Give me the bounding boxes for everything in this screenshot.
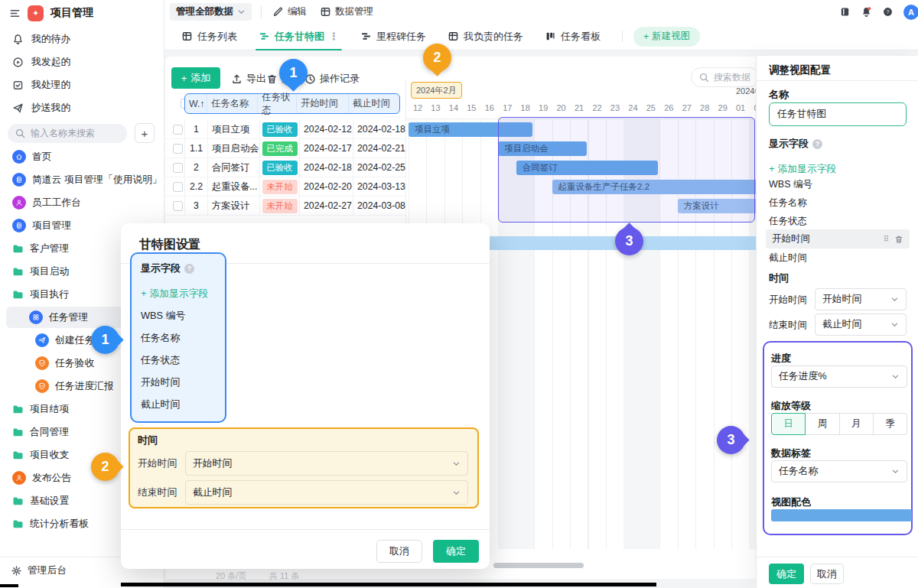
data-manage-button[interactable]: 数据管理 [320, 5, 373, 18]
zoom-option-月[interactable]: 月 [839, 413, 874, 435]
hamburger-menu-icon[interactable] [9, 8, 21, 19]
table-row[interactable]: 3 方案设计 未开始 2024-02-27 2024-03-08 [165, 197, 405, 216]
row-checkbox[interactable] [173, 182, 183, 192]
gantt-day-label: 29 [714, 103, 732, 112]
gantt-day-label: 23 [606, 103, 624, 112]
sidebar-item-4[interactable]: 抄送我的 [0, 96, 164, 119]
sidebar-item-3[interactable]: 我处理的 [0, 73, 164, 96]
panel-add-field-link[interactable]: + 添加显示字段 [769, 158, 836, 180]
history-button[interactable]: 操作记录 [304, 72, 360, 86]
column-header[interactable]: 开始时间 [297, 94, 349, 113]
tab-我负责的任务[interactable]: 我负责的任务 [437, 23, 534, 50]
panel-cancel-button[interactable]: 取消 [810, 564, 844, 584]
modal-start-value: 开始时间 [193, 457, 232, 470]
panel-field-item[interactable]: 任务状态 [769, 215, 807, 228]
sidebar-nav-item[interactable]: 简道云 项目管理「使用说明」 [0, 168, 164, 191]
panel-field-item[interactable]: 截止时间 [769, 252, 807, 265]
panel-zoom-title: 缩放等级 [771, 399, 811, 413]
row-checkbox-cell [165, 139, 185, 158]
view-color-swatch[interactable] [771, 509, 912, 521]
sidebar-nav-item[interactable]: 首页 [0, 145, 164, 168]
total-count-label: 共 11 条 [269, 570, 300, 582]
panel-toggle-icon[interactable] [839, 6, 851, 18]
sidebar-nav-item[interactable]: 员工工作台 [0, 191, 164, 214]
add-button[interactable]: +添加 [171, 67, 220, 89]
status-cell: 未开始 [260, 177, 300, 196]
row-checkbox[interactable] [173, 201, 183, 211]
column-header[interactable]: W.↑ [185, 94, 207, 113]
panel-fields-title-label: 显示字段 [769, 137, 809, 151]
trash-icon[interactable] [894, 235, 903, 244]
row-checkbox[interactable] [173, 144, 183, 154]
sidebar-search-input[interactable]: 输入名称来搜索 [8, 124, 127, 143]
sidebar-nav-label: 项目管理 [32, 219, 71, 232]
table-row[interactable]: 1.1 项目启动会 已完成 2024-02-17 2024-02-21 [165, 139, 405, 158]
column-header[interactable]: 任务名称 [207, 94, 258, 113]
plus-icon: + [181, 73, 187, 84]
horizontal-scrollbar[interactable] [493, 563, 584, 568]
column-header[interactable]: 截止时间 [349, 94, 399, 113]
chevron-down-icon [890, 320, 899, 329]
sidebar-nav-label: 项目收支 [30, 449, 69, 462]
data-scope-dropdown[interactable]: 管理全部数据 [170, 3, 252, 21]
table-row[interactable]: 2.2 起重设备... 未开始 2024-02-20 2024-03-13 [165, 177, 405, 197]
modal-field-item[interactable]: 任务名称 [141, 326, 225, 349]
row-checkbox[interactable] [173, 125, 183, 135]
modal-start-select[interactable]: 开始时间 [185, 451, 468, 476]
export-button[interactable]: 导出 [231, 72, 266, 86]
sidebar-item-1[interactable]: 我的待办 [0, 28, 164, 50]
modal-time-title: 时间 [138, 434, 158, 447]
panel-label-select[interactable]: 任务名称 [771, 460, 907, 482]
column-header[interactable]: 任务状态 [258, 94, 297, 113]
panel-end-select[interactable]: 截止时间 [815, 313, 907, 336]
tab-任务列表[interactable]: 任务列表 [171, 23, 248, 50]
panel-field-item[interactable]: WBS 编号 [769, 178, 812, 191]
plus-icon: + [769, 158, 774, 180]
task-name-cell: 起重设备... [208, 177, 260, 196]
table-row[interactable]: 2 合同签订 已验收 2024-02-18 2024-02-25 [165, 158, 405, 177]
plus-icon: + [141, 282, 146, 304]
tab-任务甘特图[interactable]: 任务甘特图⋮ [248, 23, 350, 50]
panel-ok-button[interactable]: 确定 [769, 564, 804, 584]
zoom-option-周[interactable]: 周 [805, 413, 839, 435]
panel-field-item[interactable]: 任务名称 [769, 197, 807, 210]
zoom-option-季[interactable]: 季 [873, 413, 907, 435]
data-search-input[interactable]: 搜索数据 [691, 67, 760, 87]
gantt-day-label: 21 [570, 103, 588, 112]
modal-field-item[interactable]: 开始时间 [141, 371, 225, 393]
sidebar-nav-label: 首页 [32, 151, 52, 164]
gantt-day-label: 25 [642, 103, 660, 112]
edit-button[interactable]: 编辑 [272, 5, 307, 18]
folder-icon [12, 450, 24, 461]
notification-bell-icon[interactable] [861, 6, 872, 18]
modal-field-item[interactable]: 任务状态 [141, 349, 225, 371]
wbs-cell: 3 [185, 197, 208, 215]
panel-start-select[interactable]: 开始时间 [815, 288, 907, 310]
tab-任务看板[interactable]: 任务看板 [534, 23, 611, 50]
panel-progress-select[interactable]: 任务进度% [771, 365, 907, 388]
sidebar-nav-label: 员工工作台 [32, 197, 81, 210]
sidebar-add-button[interactable]: + [135, 123, 155, 143]
modal-field-item[interactable]: WBS 编号 [141, 304, 225, 326]
chevron-down-icon [237, 8, 246, 16]
modal-ok-button[interactable]: 确定 [433, 540, 479, 563]
modal-field-item[interactable]: 截止时间 [141, 393, 225, 415]
zoom-option-日[interactable]: 日 [771, 413, 806, 435]
new-view-button[interactable]: + 新建视图 [633, 27, 700, 47]
row-checkbox[interactable] [173, 163, 183, 173]
help-icon[interactable]: ? [882, 6, 894, 18]
callout-1-modal: 1 [91, 326, 119, 354]
modal-end-select[interactable]: 截止时间 [185, 480, 468, 505]
table-row[interactable]: 1 项目立项 已验收 2024-02-12 2024-02-18 [165, 120, 405, 139]
view-name-input[interactable]: 任务甘特图 [769, 102, 907, 126]
panel-field-item-hover[interactable]: 开始时间⠿ [766, 229, 910, 249]
gantt-day-label: 22 [588, 103, 607, 112]
modal-add-field-link[interactable]: + 添加显示字段 [141, 282, 225, 304]
sidebar-admin-link[interactable]: 管理后台 [11, 564, 67, 577]
sidebar-item-2[interactable]: 我发起的 [0, 50, 164, 73]
more-icon[interactable]: ⋮ [329, 31, 339, 42]
avatar[interactable]: A [903, 5, 918, 20]
tab-里程碑任务[interactable]: 里程碑任务 [350, 23, 437, 50]
modal-cancel-button[interactable]: 取消 [376, 540, 422, 563]
drag-handle-icon[interactable]: ⠿ [884, 235, 889, 243]
